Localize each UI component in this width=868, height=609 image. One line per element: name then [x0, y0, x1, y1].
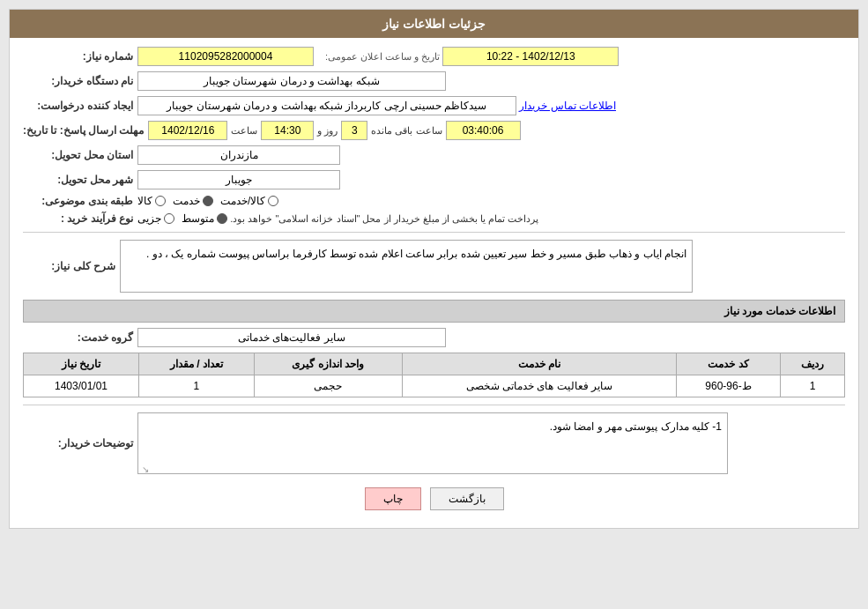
services-section-header: اطلاعات خدمات مورد نیاز [23, 300, 845, 323]
row-city: جویبار شهر محل تحویل: [23, 170, 845, 189]
time-value-field: 14:30 [261, 121, 314, 140]
radio-medium-icon [217, 213, 227, 224]
col-quantity: تعداد / مقدار [138, 353, 254, 375]
creator-field: سیدکاظم حسینی ارچی کاربرداز شبکه بهداشت … [137, 96, 516, 115]
services-section-label: اطلاعات خدمات مورد نیاز [724, 305, 835, 317]
city-label: شهر محل تحویل: [23, 174, 137, 186]
row-process: پرداخت تمام یا بخشی از مبلغ خریدار از مح… [23, 212, 845, 225]
process-small-label: جزیی [137, 212, 161, 225]
col-date: تاریخ نیاز [24, 353, 139, 375]
service-group-field: سایر فعالیت‌های خدماتی [137, 328, 446, 347]
province-label: استان محل تحویل: [23, 149, 137, 161]
process-medium-label: متوسط [182, 212, 214, 225]
creator-link[interactable]: اطلاعات تماس خریدار [519, 100, 616, 112]
process-radio-group: متوسط جزیی [137, 212, 227, 225]
row-send-date: 03:40:06 ساعت باقی مانده 3 روز و 14:30 س… [23, 121, 845, 140]
remaining-label: ساعت باقی مانده [371, 125, 441, 137]
table-header: ردیف کد خدمت نام خدمت واحد اندازه گیری ت… [24, 353, 845, 375]
radio-kala-service-icon [268, 196, 278, 206]
col-unit: واحد اندازه گیری [254, 353, 402, 375]
service-group-label: گروه خدمت: [23, 331, 137, 344]
back-button[interactable]: بازگشت [430, 487, 504, 510]
row-category: کالا/خدمت خدمت کالا طبقه بندی موضوعی: [23, 195, 845, 207]
radio-small-icon [164, 213, 174, 224]
announce-label: تاریخ و ساعت اعلان عمومی: [325, 51, 440, 63]
time-static-label: ساعت [231, 125, 257, 137]
category-radio-group: کالا/خدمت خدمت کالا [137, 195, 278, 207]
process-small[interactable]: جزیی [137, 212, 174, 225]
buyer-field: شبکه بهداشت و درمان شهرستان جویبار [137, 71, 446, 91]
col-name: نام خدمت [402, 353, 677, 375]
content-area: 1402/12/13 - 10:22 تاریخ و ساعت اعلان عم… [10, 38, 858, 528]
need-desc-field: انجام ایاب و ذهاب طبق مسیر و خط سیر تعیی… [120, 240, 693, 293]
page-container: جزئیات اطلاعات نیاز 1402/12/13 - 10:22 ت… [9, 9, 859, 529]
need-number-field: 1102095282000004 [137, 47, 314, 66]
print-button[interactable]: چاپ [365, 487, 421, 510]
radio-service-icon [203, 196, 213, 206]
need-number-label: شماره نیاز: [23, 50, 137, 63]
category-kala[interactable]: کالا [137, 195, 166, 207]
notes-label: توضیحات خریدار: [23, 437, 137, 449]
creator-label: ایجاد کننده درخواست: [23, 100, 137, 112]
remaining-value-field: 03:40:06 [446, 121, 521, 140]
divider-2 [23, 405, 845, 405]
announce-date-field: 1402/12/13 - 10:22 [442, 47, 619, 66]
radio-kala-icon [155, 196, 166, 206]
category-kala-label: کالا [137, 195, 152, 207]
process-label: نوع فرآیند خرید : [23, 212, 137, 225]
table-row: 1ط-96-960سایر فعالیت های خدماتی شخصیحجمی… [24, 375, 845, 397]
row-creator: اطلاعات تماس خریدار سیدکاظم حسینی ارچی ک… [23, 96, 845, 115]
date-row: 03:40:06 ساعت باقی مانده 3 روز و 14:30 س… [148, 121, 520, 140]
row-service-group: سایر فعالیت‌های خدماتی گروه خدمت: [23, 328, 845, 347]
city-field: جویبار [137, 170, 340, 189]
need-desc-label: شرح کلی نیاز: [23, 260, 120, 272]
category-service[interactable]: خدمت [173, 195, 213, 207]
category-kala-service[interactable]: کالا/خدمت [220, 195, 278, 207]
days-label: روز و [317, 125, 338, 137]
page-header: جزئیات اطلاعات نیاز [10, 10, 858, 38]
row-need-number: 1402/12/13 - 10:22 تاریخ و ساعت اعلان عم… [23, 47, 845, 66]
services-table: ردیف کد خدمت نام خدمت واحد اندازه گیری ت… [23, 353, 845, 397]
resize-handle-icon: ↘ [140, 463, 149, 472]
row-province: مازندران استان محل تحویل: [23, 145, 845, 165]
button-row: بازگشت چاپ [23, 487, 845, 510]
divider-1 [23, 232, 845, 233]
date-value-field: 1402/12/16 [148, 121, 227, 140]
category-kala-service-label: کالا/خدمت [220, 195, 265, 207]
category-label: طبقه بندی موضوعی: [23, 195, 137, 207]
notes-text: 1- کلیه مدارک پیوستی مهر و امضا شود. [550, 420, 722, 433]
col-row: ردیف [780, 353, 844, 375]
notes-field: 1- کلیه مدارک پیوستی مهر و امضا شود. ↘ [137, 412, 728, 474]
send-date-label: مهلت ارسال پاسخ: تا تاریخ: [23, 124, 148, 137]
buyer-label: نام دستگاه خریدار: [23, 75, 137, 87]
row-need-desc: انجام ایاب و ذهاب طبق مسیر و خط سیر تعیی… [23, 240, 845, 293]
table-body: 1ط-96-960سایر فعالیت های خدماتی شخصیحجمی… [24, 375, 845, 397]
province-field: مازندران [137, 145, 340, 165]
process-medium[interactable]: متوسط [182, 212, 227, 225]
col-code: کد خدمت [677, 353, 781, 375]
process-text: پرداخت تمام یا بخشی از مبلغ خریدار از مح… [230, 213, 538, 225]
need-desc-text: انجام ایاب و ذهاب طبق مسیر و خط سیر تعیی… [146, 248, 686, 260]
category-service-label: خدمت [173, 195, 200, 207]
row-notes: 1- کلیه مدارک پیوستی مهر و امضا شود. ↘ ت… [23, 412, 845, 474]
row-buyer: شبکه بهداشت و درمان شهرستان جویبار نام د… [23, 71, 845, 91]
page-title: جزئیات اطلاعات نیاز [382, 17, 486, 31]
days-value-field: 3 [341, 121, 367, 140]
